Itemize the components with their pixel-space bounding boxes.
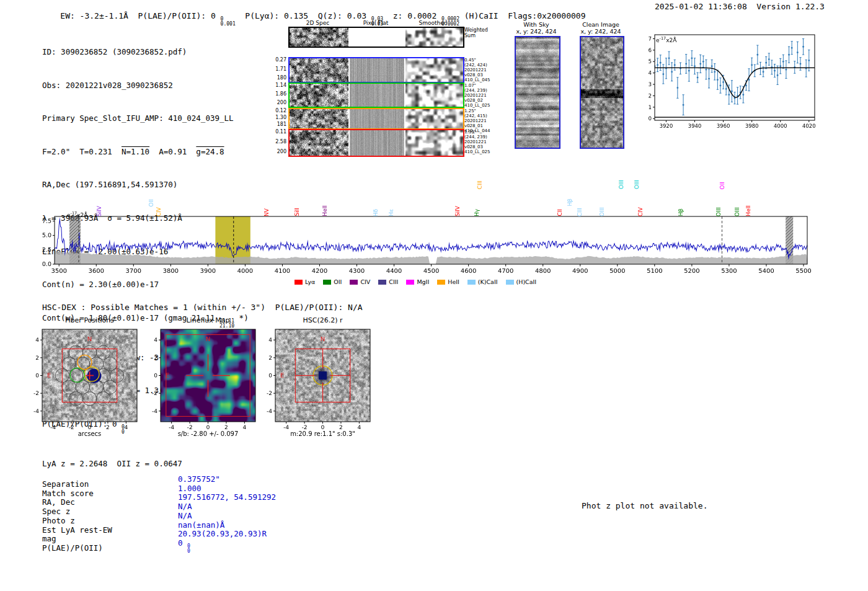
info-primary-amp: Primary Spec_Slot_IFU_AMP: 410_024_039_L… xyxy=(42,113,249,123)
legend-label: CIV xyxy=(360,278,370,285)
pixelflat-image-row3 xyxy=(350,109,404,128)
pixelflat-image-row2 xyxy=(350,84,404,107)
legend-swatch xyxy=(437,280,445,285)
spec2d-row-0 xyxy=(288,27,464,48)
legend-label: HeII xyxy=(448,278,459,285)
fit-units-annotation: e-17x2Å xyxy=(656,36,676,43)
match-label-0: Separation xyxy=(42,480,112,489)
smoothed-image-row0 xyxy=(405,28,463,47)
legend-item-(H)CaII: (H)CaII xyxy=(506,278,537,285)
info-id: ID: 3090236852 (3090236852.pdf) xyxy=(42,47,249,57)
match-value-1: 1.000 xyxy=(178,484,276,494)
legend-label: (K)CaII xyxy=(478,278,498,285)
legend-item-OII: OII xyxy=(323,278,342,285)
legend-swatch xyxy=(294,280,303,285)
line-label-OIII: OIII xyxy=(734,207,740,216)
line-label-Hβ: Hβ xyxy=(567,198,573,207)
withsky-coords: x, y: 242, 424 xyxy=(512,28,560,35)
match-table-labels: SeparationMatch scoreRA, DecSpec zPhoto … xyxy=(42,480,112,553)
line-label-Hε: Hε xyxy=(388,209,394,216)
spec2d-annotation-line: 20201221 xyxy=(464,68,490,73)
legend-swatch xyxy=(467,280,476,285)
spec-units-rest: x2Å xyxy=(77,212,87,218)
legend-swatch xyxy=(406,280,414,285)
spec2d-annotation-line: 410_LL_025 xyxy=(464,149,490,154)
fit-units-sup: -17 xyxy=(660,36,666,41)
spec2d-image-row0 xyxy=(290,28,348,47)
match-value-5: nan(±nan)Å xyxy=(178,521,276,530)
spec2d-col-2dspec: 2D Spec xyxy=(288,20,347,26)
spec2d-image-row4 xyxy=(290,130,348,156)
info-radec: RA,Dec (197.516891,54.591370) xyxy=(42,180,249,190)
line-label-HeII: HeII xyxy=(322,205,328,216)
legend-swatch xyxy=(506,280,514,285)
smoothed-image-row2 xyxy=(405,84,463,107)
info-redshifts: LyA z = 2.2648 OII z = 0.0647 xyxy=(42,459,249,469)
line-label-OIII: OIII xyxy=(634,180,640,189)
spec2d-stat: 2.58 xyxy=(272,139,286,144)
spec2d-annotation-line: (242, 415) xyxy=(464,113,490,118)
smoothed-image-row4 xyxy=(405,130,463,156)
spec-units-sup: -17 xyxy=(71,211,78,216)
spec2d-annotation-line: 1.07" xyxy=(464,83,490,88)
spec2d-annotation-line: (244, 239) xyxy=(464,88,490,93)
spec2d-stat: 180 xyxy=(272,75,286,81)
photz-note: Phot z plot not available. xyxy=(582,501,708,510)
smoothed-image-row1 xyxy=(405,58,463,82)
spec2d-stat: 181 xyxy=(272,122,286,127)
line-label-OIII: OIII xyxy=(715,207,722,216)
spectrum-units-annotation: e-17x2Å xyxy=(67,211,87,218)
legend-label: MgII xyxy=(417,278,429,285)
line-label-CII: CII xyxy=(557,209,563,216)
spec2d-row-4-stats: 0.112.58200 xyxy=(272,129,286,154)
info-seeing-pre: F=2.0" T=0.231 xyxy=(42,147,122,156)
spec2d-annotation-line: v028_01 xyxy=(464,123,490,128)
cutout-caption-hsc: m:20.9 re:1.1" s:0.3" xyxy=(275,430,370,437)
spec2d-row-4-annotation: 1.39"(244, 239)20201221v028_03410_LL_025 xyxy=(464,130,490,154)
hsc-r-cutout xyxy=(260,325,375,432)
line-label-SiIV: SiIV xyxy=(96,206,102,216)
spec2d-stat: 200 xyxy=(272,149,286,154)
spec2d-row-2-stats: 1.141.86200 xyxy=(272,82,286,105)
clean-title: Clean Image xyxy=(576,21,626,28)
spec2d-row-2-annotation: 1.07"(244, 239)20201221v028_02410_LL_025 xyxy=(464,83,490,108)
elixer-report-page: EW: -3.2±-1.1Å P(LAE)/P(OII): 0 00.001 P… xyxy=(0,0,868,591)
cutout-title-hsc: HSC(26.2) r xyxy=(275,316,370,324)
cutout-title-lineflux: Lineflux Map xyxy=(161,316,255,324)
line-label-SiIV: SiIV xyxy=(454,206,461,216)
cutout-caption-lineflux: s/b: -2.80 +/- 0.097 xyxy=(161,430,255,437)
legend-item-CIII: CIII xyxy=(378,278,398,285)
match-value-3: N/A xyxy=(178,502,276,512)
match-value-2: 197.516772, 54.591292 xyxy=(178,493,276,502)
spec2d-stat: 0.27 xyxy=(272,57,286,63)
info-cont-n: Cont(n) = 2.30(±0.00)e-17 xyxy=(42,280,249,290)
spec2d-col-smoothed: Smoothed xyxy=(404,20,462,26)
legend-item-(K)CaII: (K)CaII xyxy=(467,278,498,285)
spec2d-annotation-line: Sum xyxy=(464,33,488,38)
line-label-OII: OII xyxy=(719,182,725,189)
spec2d-annotation-line: 1.25" xyxy=(464,109,490,113)
legend-swatch xyxy=(350,280,358,285)
spec2d-row-1-annotation: 0.45"(242, 424)20201221v028_03410_LL_045 xyxy=(464,58,490,82)
header-z: z: 0.0002 xyxy=(383,11,441,20)
spec2d-stat: 1.86 xyxy=(272,91,286,97)
clean-image xyxy=(580,36,624,149)
spec2d-row-1 xyxy=(288,57,464,83)
line-label-OII: OII xyxy=(148,199,154,207)
match-value-7: 0 00 xyxy=(178,539,276,554)
fiber-positions-cutout xyxy=(27,325,142,432)
match-label-6: mag xyxy=(42,535,112,544)
spec2d-annotation-line: 20201221 xyxy=(464,93,490,98)
line-label-Hβ: Hβ xyxy=(678,208,684,216)
fit-units-rest: x2Å xyxy=(666,37,676,43)
spec2d-col-pixelflat: Pixel Flat xyxy=(348,20,403,26)
match-label-5: Est LyA rest-EW xyxy=(42,526,112,535)
spec2d-annotation-line: 410_LL_045 xyxy=(464,78,490,82)
line-label-SiII: SiII xyxy=(294,208,300,216)
spec2d-row-1-stats: 0.271.71180 xyxy=(272,57,286,81)
info-seeing-g: g=24.8 xyxy=(196,147,224,156)
legend-swatch xyxy=(323,280,331,285)
match-table-values: 0.375752"1.000197.516772, 54.591292N/AN/… xyxy=(178,475,276,554)
match-label-7: P(LAE)/P(OII) xyxy=(42,544,112,553)
spec2d-annotation-line: 410_LL_025 xyxy=(464,103,490,108)
